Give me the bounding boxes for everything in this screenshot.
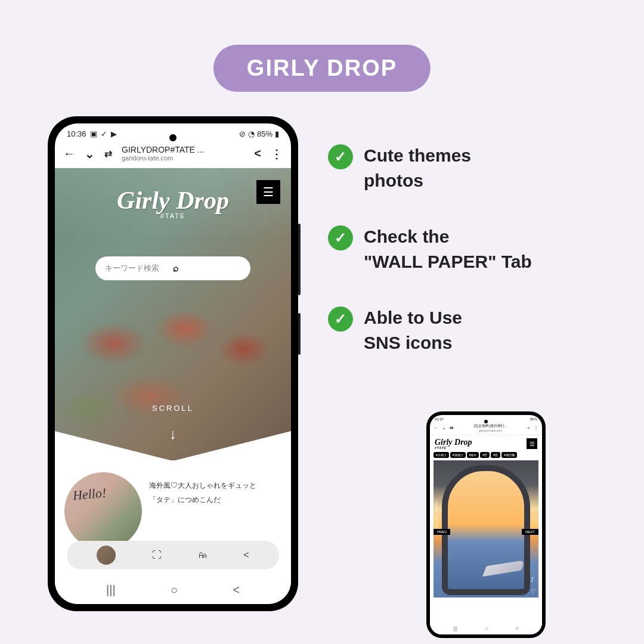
status-time: 10:37 — [435, 417, 444, 421]
back-nav-icon[interactable]: < — [516, 626, 519, 631]
chevron-down-icon[interactable]: ⌄ — [85, 147, 95, 161]
play-icon: ▶ — [111, 129, 117, 138]
page-title: [完全無料]海外旅行... — [457, 423, 524, 429]
image-caption: ▢ Landscape — [437, 614, 459, 618]
page-url: garidoro-tate.com — [122, 154, 244, 162]
feature-item: ✓ Able to UseSNS icons — [328, 305, 532, 355]
hello-greeting: Hello! — [72, 485, 107, 504]
hamburger-menu[interactable]: ☰ — [256, 180, 280, 204]
chevron-down-icon[interactable]: ⌄ — [442, 425, 446, 431]
recents-nav-icon[interactable]: ||| — [453, 626, 457, 631]
battery-icon: ◔ — [248, 129, 255, 138]
hello-image: Hello! — [64, 472, 142, 550]
hero-section: Girly Drop #TATE ☰ キーワード検索 ⌕ SCROLL ↓ — [55, 168, 291, 460]
settings-icon[interactable]: ⇄ — [104, 148, 112, 159]
settings-icon[interactable]: ⇄ — [450, 425, 454, 431]
image-icon: ▣ — [90, 129, 97, 138]
share-icon[interactable]: ⤴ — [531, 577, 536, 583]
address-bar[interactable]: GIRLYDROP#TATE ... garidoro-tate.com — [122, 145, 244, 162]
share-icon[interactable]: < — [527, 425, 530, 431]
tag[interactable]: #夕焼け — [434, 452, 449, 458]
front-camera — [169, 134, 177, 141]
android-nav: ||| ○ < — [430, 623, 542, 634]
back-icon[interactable]: ← — [63, 147, 75, 160]
translate-icon[interactable]: 🗛 — [198, 550, 208, 561]
feature-item: ✓ Check the"WALL PAPER" Tab — [328, 224, 532, 274]
browser-toolbar: ⛶ 🗛 < — [67, 541, 279, 569]
site-logo: Girly Drop #TATE — [435, 438, 472, 450]
search-input[interactable]: キーワード検索 ⌕ — [95, 256, 250, 280]
next-button[interactable]: NEXT — [522, 529, 538, 535]
home-nav-icon[interactable]: ○ — [171, 583, 178, 597]
back-nav-icon[interactable]: < — [233, 583, 240, 597]
search-icon[interactable]: ⌕ — [173, 263, 241, 274]
volume-button — [298, 224, 301, 295]
share-icon[interactable]: < — [254, 147, 261, 160]
tag[interactable]: #朝焼け — [450, 452, 466, 458]
download-icon[interactable]: ⤓ — [531, 599, 536, 606]
battery-percent: 85% — [257, 129, 273, 138]
check-icon: ✓ — [101, 129, 107, 138]
feature-text: Cute themesphotos — [364, 143, 471, 193]
feature-item: ✓ Cute themesphotos — [328, 143, 532, 193]
phone-mockup-large: 10:36 ▣ ✓ ▶ ⊘ ◔ 85% ▮ ← ⌄ ⇄ GIRLYDROP#TA… — [48, 116, 298, 611]
check-icon: ✓ — [328, 144, 353, 169]
front-camera — [484, 420, 488, 423]
scroll-label: SCROLL — [152, 404, 194, 413]
feature-text: Able to UseSNS icons — [364, 305, 462, 355]
tag[interactable]: #窓 — [491, 452, 500, 458]
tag[interactable]: #海外 — [467, 452, 479, 458]
status-battery: 85% — [530, 417, 537, 421]
avatar-icon[interactable] — [97, 546, 116, 565]
hello-section: Hello! 海外風♡大人おしゃれをギュッと 「タテ」につめこんだ — [55, 460, 291, 550]
status-time: 10:36 — [67, 129, 86, 138]
menu-dots-icon[interactable]: ⋮ — [271, 147, 283, 161]
browser-bar: ← ⌄ ⇄ [完全無料]海外旅行... garidoro-tate.com < … — [430, 422, 542, 435]
page-title: GIRLYDROP#TATE ... — [122, 145, 244, 154]
logo-script: Girly Drop — [117, 186, 229, 215]
hamburger-menu[interactable]: ☰ — [527, 438, 537, 449]
scan-icon[interactable]: ⛶ — [152, 550, 162, 561]
check-icon: ✓ — [328, 225, 353, 250]
tag-row: #夕焼け #朝焼け #海外 #空 #窓 #飛行機 — [430, 452, 542, 460]
android-nav: ||| ○ < — [55, 575, 291, 604]
search-placeholder: キーワード検索 — [105, 263, 173, 274]
hello-description: 海外風♡大人おしゃれをギュッと 「タテ」につめこんだ — [149, 472, 256, 550]
wifi-icon: ⊘ — [239, 129, 246, 138]
feature-list: ✓ Cute themesphotos ✓ Check the"WALL PAP… — [328, 143, 532, 355]
heart-icon[interactable]: ♡ — [531, 588, 536, 595]
phone-mockup-small: 10:37 85% ← ⌄ ⇄ [完全無料]海外旅行... garidoro-t… — [426, 411, 546, 638]
prev-button[interactable]: PREV — [434, 529, 450, 535]
title-pill: GIRLY DROP — [213, 45, 431, 92]
power-button — [298, 313, 301, 355]
recents-nav-icon[interactable]: ||| — [106, 583, 116, 597]
tag[interactable]: #空 — [480, 452, 490, 458]
home-nav-icon[interactable]: ○ — [485, 626, 488, 631]
side-actions: ⤴ ♡ ⤓ — [531, 577, 536, 606]
airplane-wing — [482, 560, 525, 577]
wallpaper-image[interactable]: ISSUE NO.00432 PREV NEXT — [434, 460, 538, 597]
menu-dots-icon[interactable]: ⋮ — [534, 425, 538, 431]
back-icon[interactable]: ← — [434, 425, 438, 431]
share-toolbar-icon[interactable]: < — [243, 550, 249, 561]
page-url: garidoro-tate.com — [457, 429, 524, 432]
logo-row: Girly Drop #TATE ☰ — [430, 435, 542, 452]
check-icon: ✓ — [328, 306, 353, 332]
tag[interactable]: #飛行機 — [501, 452, 517, 458]
site-logo: Girly Drop #TATE — [117, 186, 229, 219]
browser-bar: ← ⌄ ⇄ GIRLYDROP#TATE ... garidoro-tate.c… — [55, 141, 291, 168]
feature-text: Check the"WALL PAPER" Tab — [364, 224, 532, 274]
